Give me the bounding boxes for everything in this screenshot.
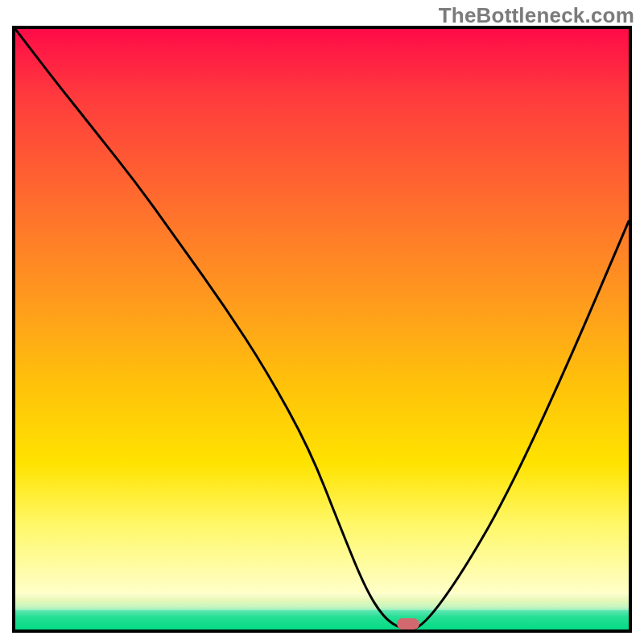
- chart-frame: TheBottleneck.com: [0, 0, 644, 644]
- watermark-text: TheBottleneck.com: [439, 3, 634, 28]
- optimal-point-marker: [397, 618, 419, 630]
- plot-area: [12, 26, 632, 633]
- bottleneck-curve: [15, 29, 629, 630]
